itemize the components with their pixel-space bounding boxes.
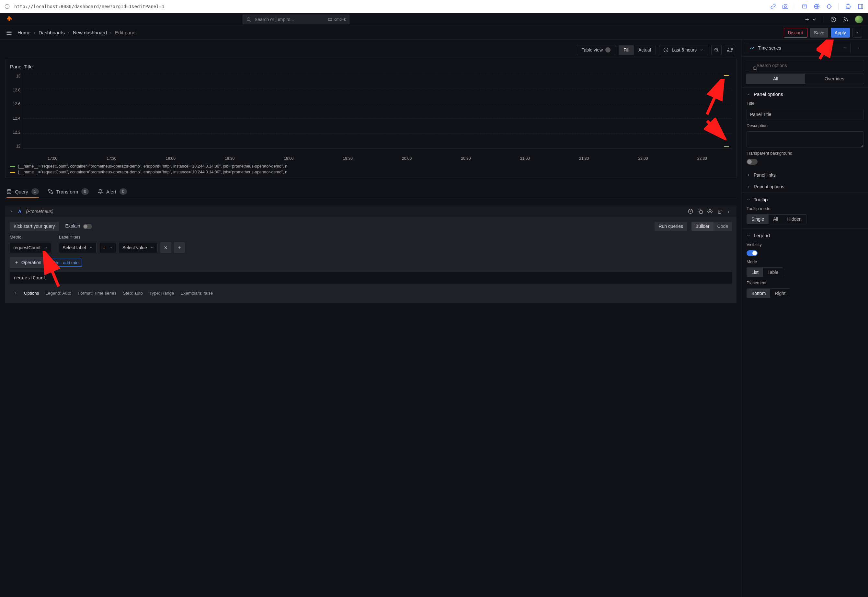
tab-all[interactable]: All [746, 74, 805, 84]
builder-code-segment[interactable]: Builder Code [692, 222, 732, 231]
remove-filter-button[interactable]: ✕ [160, 242, 171, 253]
svg-line-15 [250, 21, 251, 21]
tab-overrides[interactable]: Overrides [805, 74, 864, 84]
legend-right[interactable]: Right [770, 289, 790, 298]
actual-option[interactable]: Actual [634, 45, 656, 55]
repeat-options-row[interactable]: Repeat options [742, 181, 868, 193]
svg-rect-32 [49, 190, 50, 191]
help-icon[interactable] [830, 16, 836, 22]
tab-query[interactable]: Query 1 [6, 185, 39, 198]
search-shortcut: cmd+k [328, 17, 346, 22]
chart-icon [750, 45, 755, 50]
crosshair-icon[interactable] [826, 4, 832, 9]
legend-mode-segment[interactable]: List Table [747, 267, 783, 277]
sidebar-tabs[interactable]: All Overrides [746, 74, 864, 84]
options-search-input[interactable] [746, 60, 864, 71]
svg-point-21 [844, 21, 844, 21]
query-key[interactable]: A [18, 209, 21, 214]
eye-icon[interactable] [707, 209, 712, 214]
legend-visibility-toggle[interactable] [747, 250, 758, 256]
globe-icon[interactable] [814, 4, 820, 9]
run-queries-button[interactable]: Run queries [655, 222, 687, 231]
rss-icon[interactable] [843, 16, 849, 22]
tab-alert[interactable]: Alert 0 [98, 185, 127, 198]
chart-panel: Panel Title 13 12.8 12.6 12.4 12.2 12 [5, 59, 736, 178]
panel-title-input[interactable] [747, 109, 864, 120]
svg-point-40 [729, 211, 729, 212]
label-select[interactable]: Select label [59, 242, 96, 253]
tab-transform[interactable]: Transform 0 [48, 185, 89, 198]
operator-select[interactable]: = [99, 242, 116, 253]
legend-table[interactable]: Table [763, 268, 783, 277]
panel-toolbar: Table view Fill Actual Last 6 hours [5, 45, 736, 55]
add-menu[interactable] [804, 16, 817, 22]
x-axis: 17:0017:3018:0018:3019:0019:3020:0020:30… [23, 156, 732, 161]
panel-links-row[interactable]: Panel links [742, 169, 868, 181]
code-mode[interactable]: Code [714, 222, 732, 231]
breadcrumb-dashboards[interactable]: Dashboards [39, 30, 65, 35]
explain-toggle[interactable]: Explain [65, 223, 92, 229]
browser-address-bar: http://localhost:8080/dashboard/new?orgI… [0, 0, 868, 13]
value-select[interactable]: Select value [119, 242, 158, 253]
table-view-toggle[interactable]: Table view [577, 45, 615, 55]
legend-heading[interactable]: Legend [742, 229, 868, 242]
legend-placement-segment[interactable]: Bottom Right [747, 288, 790, 298]
svg-rect-36 [699, 211, 702, 214]
svg-line-28 [717, 51, 718, 52]
tooltip-single[interactable]: Single [747, 215, 769, 224]
tooltip-hidden[interactable]: Hidden [782, 215, 806, 224]
user-avatar[interactable] [855, 16, 863, 23]
chart-plot-area[interactable] [23, 74, 732, 149]
drag-handle-icon[interactable] [727, 209, 732, 214]
global-search-input[interactable]: Search or jump to... cmd+k [243, 15, 350, 24]
zoom-out-button[interactable] [711, 45, 721, 55]
save-button[interactable]: Save [810, 28, 828, 38]
panel-description-input[interactable] [747, 131, 864, 147]
kick-start-button[interactable]: Kick start your query [10, 222, 59, 231]
visualization-select[interactable]: Time series [746, 43, 850, 53]
refresh-button[interactable] [725, 45, 735, 55]
puzzle-icon[interactable] [845, 4, 851, 9]
apply-button[interactable]: Apply [831, 28, 850, 38]
metric-select[interactable]: requestCount [10, 242, 51, 253]
svg-line-46 [756, 69, 757, 70]
copy-icon[interactable] [698, 209, 703, 214]
legend-item-0[interactable]: {__name__="requestCount", container="pro… [10, 164, 732, 169]
builder-mode[interactable]: Builder [692, 222, 714, 231]
query-help-icon[interactable] [688, 209, 693, 214]
tooltip-mode-segment[interactable]: Single All Hidden [747, 214, 806, 224]
fill-option[interactable]: Fill [619, 45, 634, 55]
grafana-logo-icon[interactable] [5, 16, 13, 23]
legend-list[interactable]: List [747, 268, 763, 277]
camera-icon[interactable] [782, 4, 788, 9]
svg-point-38 [729, 210, 729, 210]
trash-icon[interactable] [717, 209, 722, 214]
search-placeholder: Search or jump to... [255, 17, 294, 22]
title-label: Title [747, 101, 864, 105]
collapse-sidebar-button[interactable] [852, 28, 862, 38]
tooltip-heading[interactable]: Tooltip [742, 193, 868, 206]
link-icon[interactable] [770, 4, 776, 9]
breadcrumb-new-dashboard[interactable]: New dashboard [73, 30, 107, 35]
description-label: Description [747, 123, 864, 128]
svg-point-7 [827, 4, 831, 9]
options-search[interactable] [746, 60, 864, 71]
add-rate-hint[interactable]: hint: add rate [50, 258, 82, 267]
tooltip-all[interactable]: All [769, 215, 783, 224]
query-options-row[interactable]: Options Legend: Auto Format: Time series… [10, 288, 732, 299]
sidebar-expand-button[interactable] [854, 43, 864, 53]
legend-bottom[interactable]: Bottom [747, 289, 770, 298]
discard-button[interactable]: Discard [784, 28, 807, 38]
breadcrumb-home[interactable]: Home [18, 30, 30, 35]
fill-actual-segment[interactable]: Fill Actual [619, 45, 656, 55]
hamburger-menu-icon[interactable] [6, 30, 12, 36]
chevron-down-icon[interactable] [10, 209, 13, 213]
add-operation-button[interactable]: ＋ Operation [10, 257, 46, 268]
legend-item-1[interactable]: {__name__="requestCount", container="pro… [10, 170, 732, 174]
panel-options-heading[interactable]: Panel options [742, 88, 868, 101]
time-range-picker[interactable]: Last 6 hours [659, 45, 708, 55]
folder-icon[interactable] [801, 4, 807, 9]
transparent-toggle[interactable] [747, 159, 758, 165]
add-filter-button[interactable]: ＋ [174, 242, 185, 253]
panels-icon[interactable] [858, 4, 864, 9]
